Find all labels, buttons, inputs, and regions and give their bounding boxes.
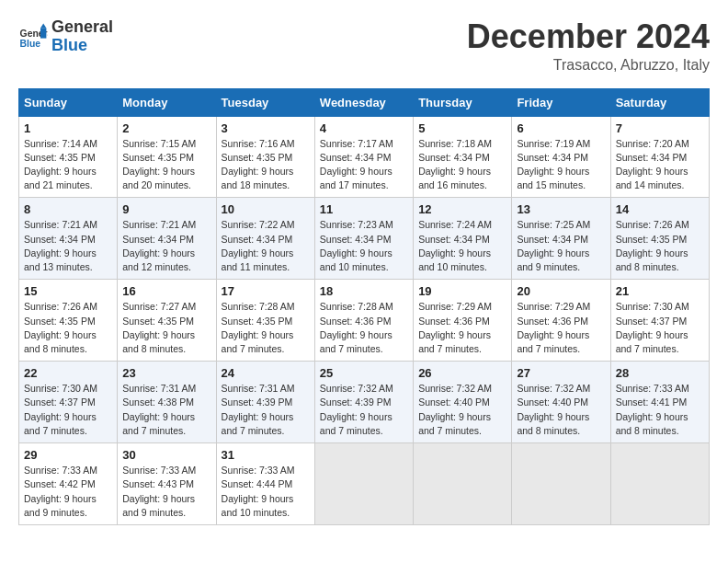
day-detail: Sunrise: 7:30 AMSunset: 4:37 PMDaylight:… (616, 300, 704, 356)
day-number: 6 (517, 121, 605, 135)
calendar-cell: 16 Sunrise: 7:27 AMSunset: 4:35 PMDaylig… (118, 280, 216, 362)
calendar-cell: 2 Sunrise: 7:15 AMSunset: 4:35 PMDayligh… (118, 116, 216, 198)
day-detail: Sunrise: 7:20 AMSunset: 4:34 PMDaylight:… (616, 137, 704, 193)
calendar-cell: 18 Sunrise: 7:28 AMSunset: 4:36 PMDaylig… (314, 280, 413, 362)
calendar-cell (314, 443, 413, 525)
calendar-cell: 31 Sunrise: 7:33 AMSunset: 4:44 PMDaylig… (216, 443, 314, 525)
day-detail: Sunrise: 7:33 AMSunset: 4:43 PMDaylight:… (122, 464, 210, 520)
day-detail: Sunrise: 7:28 AMSunset: 4:35 PMDaylight:… (222, 300, 310, 356)
title-block: December 2024 Trasacco, Abruzzo, Italy (467, 18, 710, 74)
day-number: 4 (320, 121, 408, 135)
calendar-cell: 14 Sunrise: 7:26 AMSunset: 4:35 PMDaylig… (610, 198, 709, 280)
day-number: 29 (24, 448, 112, 462)
svg-text:Blue: Blue (20, 39, 41, 49)
weekday-header-saturday: Saturday (610, 88, 709, 116)
weekday-header-sunday: Sunday (19, 88, 118, 116)
weekday-header-friday: Friday (512, 88, 610, 116)
day-number: 18 (320, 284, 408, 298)
day-detail: Sunrise: 7:21 AMSunset: 4:34 PMDaylight:… (24, 218, 112, 274)
calendar-week-2: 8 Sunrise: 7:21 AMSunset: 4:34 PMDayligh… (19, 198, 710, 280)
day-number: 14 (616, 202, 704, 216)
calendar-week-5: 29 Sunrise: 7:33 AMSunset: 4:42 PMDaylig… (19, 443, 710, 525)
calendar-cell (512, 443, 610, 525)
logo-line2: Blue (51, 36, 87, 54)
weekday-header-wednesday: Wednesday (314, 88, 413, 116)
day-detail: Sunrise: 7:31 AMSunset: 4:38 PMDaylight:… (122, 382, 210, 438)
day-number: 28 (616, 366, 704, 380)
page-header: General Blue General Blue December 2024 … (18, 18, 710, 74)
day-detail: Sunrise: 7:31 AMSunset: 4:39 PMDaylight:… (222, 382, 310, 438)
calendar-cell: 24 Sunrise: 7:31 AMSunset: 4:39 PMDaylig… (216, 362, 314, 443)
svg-marker-2 (40, 28, 46, 38)
calendar-cell: 9 Sunrise: 7:21 AMSunset: 4:34 PMDayligh… (118, 198, 216, 280)
calendar-cell: 7 Sunrise: 7:20 AMSunset: 4:34 PMDayligh… (610, 116, 709, 198)
weekday-header-row: SundayMondayTuesdayWednesdayThursdayFrid… (19, 88, 710, 116)
calendar-cell: 11 Sunrise: 7:23 AMSunset: 4:34 PMDaylig… (314, 198, 413, 280)
day-number: 1 (24, 121, 112, 135)
day-detail: Sunrise: 7:33 AMSunset: 4:41 PMDaylight:… (616, 382, 704, 438)
day-detail: Sunrise: 7:32 AMSunset: 4:40 PMDaylight:… (418, 382, 506, 438)
day-detail: Sunrise: 7:19 AMSunset: 4:34 PMDaylight:… (517, 137, 605, 193)
day-detail: Sunrise: 7:29 AMSunset: 4:36 PMDaylight:… (418, 300, 506, 356)
calendar-cell: 1 Sunrise: 7:14 AMSunset: 4:35 PMDayligh… (19, 116, 118, 198)
day-number: 11 (320, 202, 408, 216)
calendar-cell: 5 Sunrise: 7:18 AMSunset: 4:34 PMDayligh… (414, 116, 512, 198)
day-number: 2 (122, 121, 210, 135)
day-detail: Sunrise: 7:21 AMSunset: 4:34 PMDaylight:… (122, 218, 210, 274)
calendar-week-4: 22 Sunrise: 7:30 AMSunset: 4:37 PMDaylig… (19, 362, 710, 443)
day-detail: Sunrise: 7:25 AMSunset: 4:34 PMDaylight:… (517, 218, 605, 274)
calendar-cell: 23 Sunrise: 7:31 AMSunset: 4:38 PMDaylig… (118, 362, 216, 443)
day-number: 17 (222, 284, 310, 298)
day-number: 30 (122, 448, 210, 462)
calendar-cell: 30 Sunrise: 7:33 AMSunset: 4:43 PMDaylig… (118, 443, 216, 525)
day-number: 26 (418, 366, 506, 380)
logo: General Blue General Blue (18, 18, 113, 55)
calendar-cell: 29 Sunrise: 7:33 AMSunset: 4:42 PMDaylig… (19, 443, 118, 525)
month-title: December 2024 (467, 18, 710, 55)
calendar-cell: 25 Sunrise: 7:32 AMSunset: 4:39 PMDaylig… (314, 362, 413, 443)
calendar-cell: 27 Sunrise: 7:32 AMSunset: 4:40 PMDaylig… (512, 362, 610, 443)
weekday-header-monday: Monday (118, 88, 216, 116)
logo-line1: General (51, 17, 113, 36)
day-detail: Sunrise: 7:16 AMSunset: 4:35 PMDaylight:… (222, 137, 310, 193)
day-detail: Sunrise: 7:29 AMSunset: 4:36 PMDaylight:… (517, 300, 605, 356)
calendar-cell: 19 Sunrise: 7:29 AMSunset: 4:36 PMDaylig… (414, 280, 512, 362)
weekday-header-thursday: Thursday (414, 88, 512, 116)
day-number: 24 (222, 366, 310, 380)
day-number: 10 (222, 202, 310, 216)
day-detail: Sunrise: 7:30 AMSunset: 4:37 PMDaylight:… (24, 382, 112, 438)
calendar-body: 1 Sunrise: 7:14 AMSunset: 4:35 PMDayligh… (19, 116, 710, 524)
day-number: 13 (517, 202, 605, 216)
calendar-week-1: 1 Sunrise: 7:14 AMSunset: 4:35 PMDayligh… (19, 116, 710, 198)
calendar-cell: 20 Sunrise: 7:29 AMSunset: 4:36 PMDaylig… (512, 280, 610, 362)
day-detail: Sunrise: 7:32 AMSunset: 4:40 PMDaylight:… (517, 382, 605, 438)
day-number: 31 (222, 448, 310, 462)
day-detail: Sunrise: 7:15 AMSunset: 4:35 PMDaylight:… (122, 137, 210, 193)
calendar-cell (610, 443, 709, 525)
weekday-header-tuesday: Tuesday (216, 88, 314, 116)
day-number: 19 (418, 284, 506, 298)
day-detail: Sunrise: 7:17 AMSunset: 4:34 PMDaylight:… (320, 137, 408, 193)
day-number: 23 (122, 366, 210, 380)
calendar-cell: 28 Sunrise: 7:33 AMSunset: 4:41 PMDaylig… (610, 362, 709, 443)
calendar-week-3: 15 Sunrise: 7:26 AMSunset: 4:35 PMDaylig… (19, 280, 710, 362)
location-subtitle: Trasacco, Abruzzo, Italy (467, 57, 710, 74)
logo-icon: General Blue (18, 22, 48, 52)
calendar-cell: 17 Sunrise: 7:28 AMSunset: 4:35 PMDaylig… (216, 280, 314, 362)
day-detail: Sunrise: 7:33 AMSunset: 4:44 PMDaylight:… (222, 464, 310, 520)
day-detail: Sunrise: 7:23 AMSunset: 4:34 PMDaylight:… (320, 218, 408, 274)
day-detail: Sunrise: 7:27 AMSunset: 4:35 PMDaylight:… (122, 300, 210, 356)
day-number: 7 (616, 121, 704, 135)
day-detail: Sunrise: 7:33 AMSunset: 4:42 PMDaylight:… (24, 464, 112, 520)
calendar-cell: 12 Sunrise: 7:24 AMSunset: 4:34 PMDaylig… (414, 198, 512, 280)
day-detail: Sunrise: 7:28 AMSunset: 4:36 PMDaylight:… (320, 300, 408, 356)
day-detail: Sunrise: 7:26 AMSunset: 4:35 PMDaylight:… (616, 218, 704, 274)
day-number: 16 (122, 284, 210, 298)
day-detail: Sunrise: 7:14 AMSunset: 4:35 PMDaylight:… (24, 137, 112, 193)
day-number: 25 (320, 366, 408, 380)
day-detail: Sunrise: 7:18 AMSunset: 4:34 PMDaylight:… (418, 137, 506, 193)
day-detail: Sunrise: 7:32 AMSunset: 4:39 PMDaylight:… (320, 382, 408, 438)
calendar-cell: 8 Sunrise: 7:21 AMSunset: 4:34 PMDayligh… (19, 198, 118, 280)
logo-text: General Blue (51, 18, 113, 55)
calendar-cell: 21 Sunrise: 7:30 AMSunset: 4:37 PMDaylig… (610, 280, 709, 362)
